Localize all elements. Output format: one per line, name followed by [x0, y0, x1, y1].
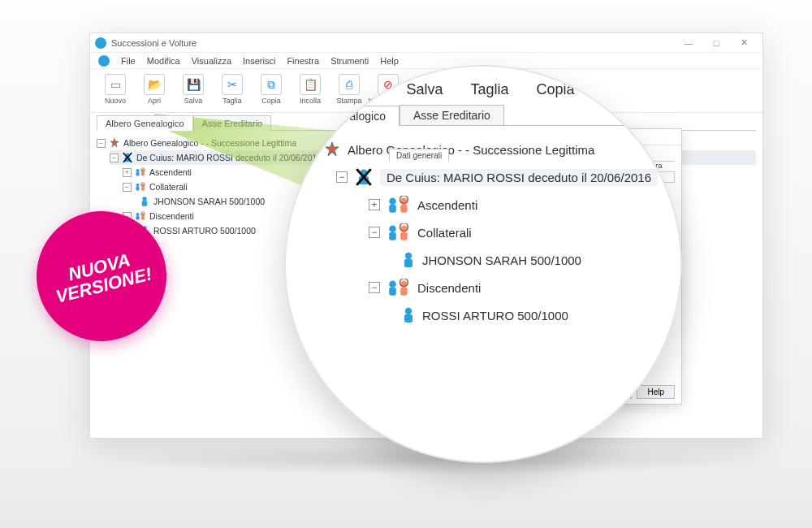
menu-modifica[interactable]: Modifica — [147, 56, 180, 66]
tree-root-icon — [323, 141, 341, 158]
zoom-decuius[interactable]: − De Cuius: MARIO ROSSI deceduto il 20/0… — [336, 163, 658, 191]
dialog-help-button[interactable]: Help — [637, 385, 675, 399]
zoom-collaterali-label: Collaterali — [417, 226, 472, 240]
tree-coll-person-label: JHONSON SARAH 500/1000 — [153, 197, 265, 206]
zoom-tab-asse[interactable]: Asse Ereditario — [400, 105, 504, 126]
tab-albero[interactable]: Albero Genealogico — [97, 115, 193, 131]
copy-icon: ⧉ — [261, 74, 282, 95]
people-pair-icon — [135, 167, 146, 178]
print-icon: ⎙ — [339, 74, 360, 95]
person-icon — [401, 251, 416, 269]
tree-disc-person-label: ROSSI ARTURO 500/1000 — [153, 226, 256, 236]
person-icon — [139, 196, 150, 207]
apri-button[interactable]: 📂Apri — [136, 72, 173, 106]
zoom-disc-person-label: ROSSI ARTURO 500/1000 — [422, 309, 568, 322]
paste-icon: 📋 — [300, 74, 321, 95]
menu-file[interactable]: File — [121, 56, 136, 66]
zoom-ascendenti-label: Ascendenti — [417, 198, 477, 212]
zoom-coll-person[interactable]: JHONSON SARAH 500/1000 — [401, 246, 658, 274]
close-button[interactable]: ✕ — [730, 34, 758, 52]
tree-discendenti-label: Discendenti — [149, 211, 194, 221]
people-pair-icon — [387, 279, 411, 296]
zoom-tabs: nealogico Asse Ereditario — [323, 105, 658, 126]
tree-decuius-label: De Cuius: MARIO ROSSI deceduto il 20/06/… — [136, 153, 322, 162]
collapse-icon[interactable]: − — [97, 139, 106, 148]
app-menu-icon — [98, 55, 110, 67]
collapse-icon[interactable]: − — [336, 171, 348, 183]
person-icon — [401, 306, 416, 324]
collapse-icon[interactable]: − — [110, 154, 119, 162]
taglia-button[interactable]: ✂Taglia — [214, 72, 251, 106]
copia-button[interactable]: ⧉Copia — [253, 72, 290, 106]
menu-finestra[interactable]: Finestra — [287, 56, 319, 66]
zoom-root[interactable]: Albero Genealogico - - Successione Legit… — [323, 136, 658, 163]
zoom-collaterali[interactable]: − Collaterali — [369, 219, 658, 246]
maximize-button[interactable]: □ — [702, 34, 730, 52]
tree-root-icon — [109, 137, 120, 149]
people-pair-icon — [135, 210, 146, 222]
zoom-copia[interactable]: Copia — [537, 81, 575, 98]
minimize-button[interactable]: — — [675, 34, 702, 52]
open-folder-icon: 📂 — [144, 74, 165, 95]
nuovo-button[interactable]: ▭Nuovo — [97, 72, 134, 106]
zoom-lens: Salva Taglia Copia nealogico Asse Eredit… — [284, 65, 682, 463]
people-pair-icon — [387, 196, 411, 214]
zoom-ascendenti[interactable]: + Ascendenti — [369, 191, 658, 219]
zoom-decuius-label: De Cuius: MARIO ROSSI deceduto il 20/06/… — [380, 169, 658, 186]
zoom-disc-person[interactable]: ROSSI ARTURO 500/1000 — [401, 301, 658, 329]
zoom-taglia[interactable]: Taglia — [470, 81, 508, 98]
deceased-person-icon — [354, 167, 374, 187]
tree-collaterali-label: Collaterali — [149, 182, 188, 192]
menu-inserisci[interactable]: Inserisci — [243, 56, 275, 66]
zoom-salva[interactable]: Salva — [406, 81, 443, 98]
zoom-discendenti-label: Discendenti — [417, 281, 481, 295]
new-file-icon: ▭ — [105, 74, 126, 95]
menubar: File Modifica Visualizza Inserisci Fines… — [90, 53, 762, 69]
expand-icon[interactable]: + — [369, 199, 380, 210]
tree-ascendenti-label: Ascendenti — [149, 167, 192, 177]
menu-help[interactable]: Help — [380, 56, 399, 66]
deceased-person-icon — [122, 152, 133, 163]
menu-visualizza[interactable]: Visualizza — [192, 56, 231, 66]
zoom-coll-person-label: JHONSON SARAH 500/1000 — [422, 253, 581, 267]
collapse-icon[interactable]: − — [369, 227, 380, 238]
app-icon — [95, 37, 106, 49]
collapse-icon[interactable]: − — [123, 183, 132, 192]
save-icon: 💾 — [183, 74, 204, 95]
expand-icon[interactable]: + — [123, 168, 132, 177]
salva-button[interactable]: 💾Salva — [175, 72, 212, 106]
menu-strumenti[interactable]: Strumenti — [330, 56, 369, 66]
zoom-discendenti[interactable]: − Discendenti — [369, 274, 658, 301]
tab-asse[interactable]: Asse Ereditario — [193, 115, 272, 131]
incolla-button[interactable]: 📋Incolla — [292, 72, 329, 106]
titlebar: Successioni e Volture — □ ✕ — [90, 33, 762, 53]
cut-icon: ✂ — [222, 74, 243, 95]
tree-root-label: Albero Genealogico - - Successione Legit… — [123, 138, 296, 148]
dialog-tab-generali[interactable]: Dati generali — [389, 149, 449, 162]
people-pair-icon — [135, 181, 146, 193]
collapse-icon[interactable]: − — [369, 282, 380, 293]
stampa-button[interactable]: ⎙Stampa — [330, 72, 368, 106]
zoom-root-label: Albero Genealogico - - Successione Legit… — [348, 143, 594, 157]
window-title: Successioni e Volture — [111, 38, 197, 48]
people-pair-icon — [387, 223, 411, 241]
